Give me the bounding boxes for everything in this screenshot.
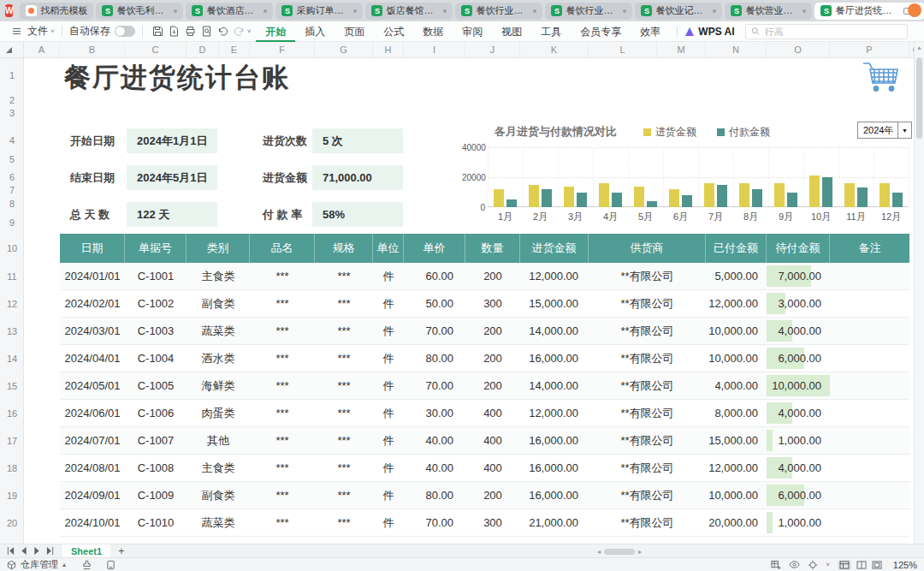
page-break-view-icon[interactable] [872,561,882,569]
cell-unit[interactable]: 件 [373,290,404,317]
cell-doc[interactable]: C-1007 [125,427,187,454]
ribbon-tab-7[interactable]: 工具 [531,21,571,42]
cell-note[interactable] [830,372,909,399]
cell-cat[interactable]: 主食类 [187,263,250,289]
status-left-group[interactable]: 仓库管理 ▴ [7,558,116,571]
tab-close-dot-icon[interactable] [713,9,716,13]
sheet-tab-sheet1[interactable]: Sheet1 [62,544,110,557]
undo-redo-chevron-icon[interactable]: ˅ [247,27,252,35]
autosave-toggle[interactable] [115,26,135,37]
tab-close-dot-icon[interactable] [533,9,536,13]
column-header-O[interactable]: O [767,42,830,57]
cell-date[interactable]: 2024/03/01 [60,318,125,344]
cell-paid[interactable]: 10,000.00 [706,318,767,344]
row-header-13[interactable]: 13 [0,326,24,336]
ribbon-tab-5[interactable]: 审阅 [453,21,492,42]
cell-pending[interactable]: 4,000.00 [767,455,830,481]
board-icon[interactable] [106,560,116,570]
row-header-19[interactable]: 19 [0,491,24,501]
cell-note[interactable] [830,318,909,344]
tab-close-dot-icon[interactable] [264,9,267,13]
cell-doc[interactable]: C-1009 [125,482,187,509]
row-header-7[interactable]: 7 [0,185,24,195]
ribbon-tab-1[interactable]: 插入 [295,21,335,42]
cell-paid[interactable]: 12,000.00 [706,290,767,317]
cell-spec[interactable]: *** [315,372,373,399]
cell-spec[interactable]: *** [315,509,373,536]
cell-cat[interactable]: 酒水类 [187,345,250,372]
row-header-15[interactable]: 15 [0,381,24,391]
row-header-9[interactable]: 9 [0,217,24,228]
vertical-scrollbar[interactable]: ▲ [914,42,924,544]
print-button[interactable] [182,23,198,40]
select-all-corner[interactable] [0,42,24,57]
cell-qty[interactable]: 300 [465,290,520,317]
cell-amount[interactable]: 16,000.00 [520,345,589,372]
file-menu[interactable]: 文件 ˅ [9,23,55,40]
cell-note[interactable] [830,482,909,509]
undo-button[interactable] [215,23,231,40]
row-header-11[interactable]: 11 [0,271,24,282]
cell-doc[interactable]: C-1008 [125,455,187,481]
cell-amount[interactable]: 12,000.00 [520,263,589,289]
cell-date[interactable]: 2024/10/01 [60,509,125,536]
cell-doc[interactable]: C-1003 [125,318,187,344]
doc-tab-4[interactable]: S饭店餐馆核算系统 [365,3,453,20]
row-header-4[interactable]: 4 [0,135,24,146]
cell-doc[interactable]: C-1002 [125,290,187,317]
cell-cat[interactable]: 肉蛋类 [187,400,250,426]
doc-tab-8[interactable]: S餐饮营业日报表1.xlsx [725,3,812,20]
cell-spec[interactable]: *** [315,400,373,426]
row-header-12[interactable]: 12 [0,299,24,309]
cell-doc[interactable]: C-1005 [125,372,187,399]
cell-amount[interactable]: 16,000.00 [520,455,589,481]
cell-spec[interactable]: *** [315,427,373,454]
normal-view-icon[interactable] [838,560,851,570]
cell-cat[interactable]: 蔬菜类 [187,509,250,536]
cell-pending[interactable]: 1,000.00 [767,427,830,454]
row-header-20[interactable]: 20 [0,518,24,528]
cell-cat[interactable]: 海鲜类 [187,372,250,399]
cell-doc[interactable]: C-1010 [125,509,187,536]
cell-qty[interactable]: 200 [465,345,520,372]
cell-doc[interactable]: C-1001 [125,263,187,289]
cell-unit[interactable]: 件 [373,509,404,536]
cell-amount[interactable]: 16,000.00 [520,427,589,454]
row-header-14[interactable]: 14 [0,354,24,364]
row-header-3[interactable]: 3 [0,108,24,118]
doc-tab-3[interactable]: S采购订单管理系统 [275,3,363,20]
first-sheet-button[interactable] [7,547,15,555]
cell-name[interactable]: *** [250,263,315,289]
row-header-1[interactable]: 1 [0,70,24,80]
cell-qty[interactable]: 200 [465,482,520,509]
cell-unit[interactable]: 件 [373,318,404,344]
cell-price[interactable]: 40.00 [404,427,465,454]
cell-price[interactable]: 80.00 [404,345,465,372]
save-button[interactable] [150,23,166,40]
cell-date[interactable]: 2024/09/01 [60,482,125,509]
cell-amount[interactable]: 12,000.00 [520,400,589,426]
row-header-2[interactable]: 2 [0,95,24,105]
wps-logo[interactable]: W [5,4,13,17]
cell-amount[interactable]: 15,000.00 [520,290,589,317]
column-header-A[interactable]: A [24,42,60,57]
summary-value-3[interactable]: 5 次 [312,128,403,153]
cell-note[interactable] [830,427,909,454]
cell-supplier[interactable]: **有限公司 [589,372,706,399]
scroll-left-icon[interactable]: ◂ [597,548,601,556]
table-tools-icon[interactable] [771,560,781,570]
cell-cat[interactable]: 其他 [187,427,250,454]
cell-supplier[interactable]: **有限公司 [589,509,706,536]
cell-name[interactable]: *** [250,372,315,399]
cell-spec[interactable]: *** [315,482,373,509]
cell-cat[interactable]: 主食类 [187,455,250,481]
cell-unit[interactable]: 件 [373,400,404,426]
cell-paid[interactable]: 4,000.00 [706,372,767,399]
cell-name[interactable]: *** [250,427,315,454]
cell-supplier[interactable]: **有限公司 [589,290,706,317]
cell-amount[interactable]: 14,000.00 [520,372,589,399]
cell-date[interactable]: 2024/08/01 [60,455,125,481]
cell-supplier[interactable]: **有限公司 [589,263,706,289]
search-input[interactable] [763,26,902,38]
column-header-L[interactable]: L [589,42,657,57]
